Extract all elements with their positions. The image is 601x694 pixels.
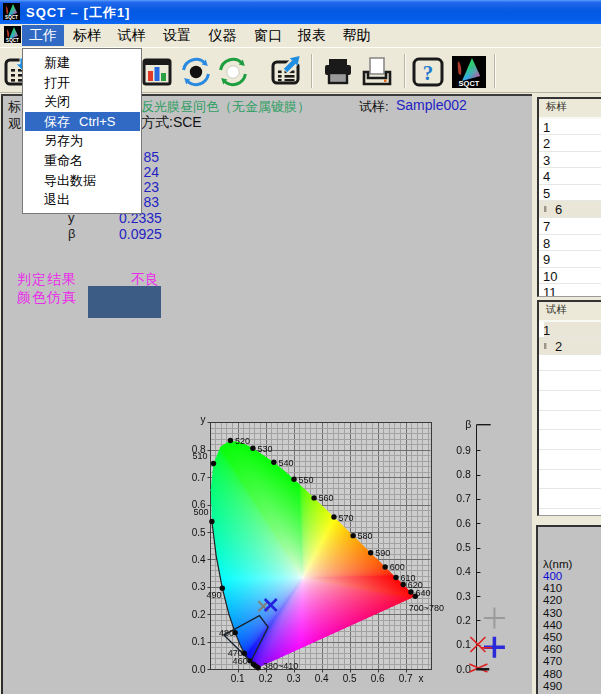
toolbar-separator: [494, 54, 496, 88]
current-row-marker: [544, 206, 547, 212]
measure-sample-button[interactable]: [217, 56, 249, 88]
list-item[interactable]: 6: [539, 201, 601, 218]
judge-label: 判定结果: [17, 271, 77, 289]
document-icon[interactable]: SQCT: [4, 26, 21, 43]
list-item[interactable]: 2: [539, 135, 601, 152]
list-item[interactable]: 11: [539, 284, 601, 297]
list-item-label: 3: [543, 153, 550, 168]
app-window: SQCT SQCT – [工作1] SQCT 工作标样试样设置仪器窗口报表帮助: [0, 0, 601, 694]
file-menu-item[interactable]: 重命名: [25, 151, 140, 171]
list-item[interactable]: [539, 509, 601, 516]
list-item[interactable]: [539, 411, 601, 431]
menu-item-shortcut: Ctrl+S: [79, 114, 115, 129]
list-item[interactable]: [539, 391, 601, 411]
file-menu-item[interactable]: 关闭: [25, 92, 140, 112]
file-menu-item[interactable]: 保存Ctrl+S: [25, 112, 140, 132]
menubar-item-7[interactable]: 报表: [291, 25, 333, 46]
menubar-item-8[interactable]: 帮助: [336, 25, 378, 46]
title-bar[interactable]: SQCT SQCT – [工作1]: [0, 0, 601, 24]
print-preview-button[interactable]: [361, 56, 393, 88]
row-gutter: [539, 322, 544, 338]
list-item[interactable]: 3: [539, 152, 601, 169]
list-item[interactable]: [539, 430, 601, 450]
wavelength-row[interactable]: 490: [543, 680, 601, 692]
menu-bar: SQCT 工作标样试样设置仪器窗口报表帮助: [0, 24, 601, 47]
list-item-label: 5: [543, 186, 550, 201]
list-item[interactable]: 5: [539, 185, 601, 202]
menu-item-label: 重命名: [44, 153, 83, 168]
menubar-item-2[interactable]: 标样: [66, 25, 108, 46]
menubar-item-5[interactable]: 仪器: [202, 25, 244, 46]
list-item-label: 8: [543, 236, 550, 251]
list-item[interactable]: 2: [539, 338, 601, 355]
menu-item-label: 另存为: [44, 133, 83, 148]
list-item-label: 2: [555, 339, 562, 354]
list-item[interactable]: 4: [539, 168, 601, 185]
chart-view-button[interactable]: [142, 56, 174, 88]
window-title: SQCT – [工作1]: [26, 4, 130, 22]
measure-standard-button[interactable]: [180, 56, 212, 88]
list-item-label: 10: [543, 269, 557, 284]
print-button[interactable]: [322, 56, 354, 88]
wavelength-row[interactable]: 480: [543, 668, 601, 680]
wavelength-row[interactable]: 460: [543, 643, 601, 655]
document-icon-text: SQCT: [6, 38, 19, 43]
measure-mode: 方式:SCE: [141, 114, 202, 132]
current-row-marker: [544, 343, 547, 349]
sample-list-header: 试样: [539, 302, 601, 322]
wavelength-panel: λ(nm) 400410420430440450460470480490: [536, 525, 601, 694]
toolbar-separator: [404, 54, 406, 88]
wavelength-header: λ(nm): [543, 558, 601, 570]
wavelength-rows: 400410420430440450460470480490: [538, 570, 601, 692]
standard-list-rows: 1234567891011: [539, 119, 601, 298]
list-item[interactable]: 1: [539, 119, 601, 136]
print-icon: [322, 56, 354, 88]
menubar-item-3[interactable]: 试样: [111, 25, 153, 46]
help-button[interactable]: ?: [412, 56, 444, 88]
standard-list: 标样 1234567891011: [537, 97, 601, 297]
wavelength-row[interactable]: 440: [543, 619, 601, 631]
list-item[interactable]: [539, 489, 601, 509]
list-item-label: 11: [543, 285, 557, 297]
list-item[interactable]: 7: [539, 218, 601, 235]
file-menu-item[interactable]: 导出数据: [25, 171, 140, 191]
file-menu-item[interactable]: 另存为: [25, 131, 140, 151]
sqct-logo-text: SQCT: [459, 79, 480, 88]
menubar-item-4[interactable]: 设置: [156, 25, 198, 46]
list-item[interactable]: 9: [539, 251, 601, 268]
color-simulation-swatch: [88, 286, 161, 318]
wavelength-row[interactable]: 430: [543, 607, 601, 619]
print-preview-icon: [361, 56, 393, 88]
list-item[interactable]: [539, 355, 601, 372]
list-item-label: 7: [543, 219, 550, 234]
list-item-label: 1: [543, 323, 550, 338]
list-item[interactable]: 1: [539, 322, 601, 339]
measure-standard-icon: [180, 56, 212, 88]
list-item[interactable]: [539, 470, 601, 490]
wavelength-row[interactable]: 470: [543, 655, 601, 667]
standard-row-prefix: 标: [8, 98, 21, 116]
sqct-logo-button[interactable]: SQCT: [452, 56, 486, 88]
list-item-label: 2: [543, 136, 550, 151]
help-icon: ?: [412, 56, 445, 88]
list-item[interactable]: 8: [539, 235, 601, 252]
menubar-item-6[interactable]: 窗口: [247, 25, 289, 46]
wavelength-row[interactable]: 420: [543, 594, 601, 606]
list-item[interactable]: [539, 450, 601, 470]
file-menu-item[interactable]: 新建: [25, 53, 140, 73]
file-menu-item[interactable]: 退出: [25, 190, 140, 210]
menu-item-label: 保存: [44, 114, 70, 129]
export-report-button[interactable]: [269, 56, 301, 88]
menubar-item-1[interactable]: 工作: [22, 25, 64, 46]
chromaticity-chart: [185, 415, 512, 694]
menu-item-label: 新建: [44, 55, 70, 70]
wavelength-row[interactable]: 410: [543, 582, 601, 594]
sqct-logo-icon: SQCT: [452, 56, 486, 88]
list-item-label: 9: [543, 252, 550, 267]
wavelength-row[interactable]: 450: [543, 631, 601, 643]
value-number: 0.0925: [119, 226, 159, 242]
file-menu-item[interactable]: 打开: [25, 73, 140, 93]
wavelength-row[interactable]: 400: [543, 570, 601, 582]
list-item[interactable]: [539, 371, 601, 391]
list-item[interactable]: 10: [539, 268, 601, 285]
